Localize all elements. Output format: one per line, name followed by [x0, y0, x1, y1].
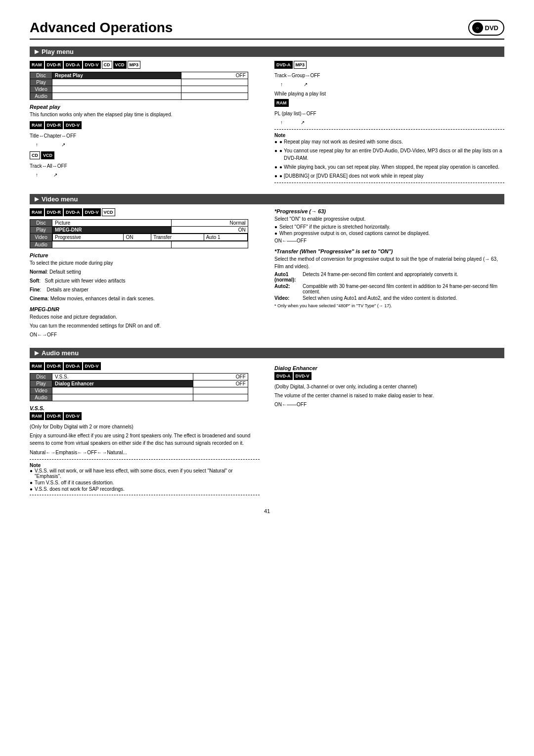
transfer-desc: Select the method of conversion for prog…	[274, 255, 504, 270]
table-row: Disc Picture Normal	[30, 220, 248, 227]
badge-dvdv: DVD-V	[83, 61, 101, 69]
badge-dvda: DVD-A	[64, 61, 82, 69]
video-menu-left: RAM DVD-R DVD-A DVD-V VCD Disc Picture N…	[30, 208, 260, 340]
play-menu-right: DVD-A MP3 Track↔Group↔OFF ↑ ↗ While play…	[274, 61, 504, 186]
badge-dvdr: DVD-R	[45, 61, 63, 69]
vss-note-1: V.S.S. will not work, or will have less …	[30, 468, 260, 479]
vss-badges: RAM DVD-R DVD-V	[30, 412, 260, 420]
progressive-onoff: ON←——OFF	[274, 237, 504, 244]
badge-cd: CD	[102, 61, 112, 69]
track-group-off: Track↔Group↔OFF	[274, 72, 504, 79]
note-label: Note	[274, 133, 504, 138]
badge-dvdv-v: DVD-V	[83, 208, 101, 216]
badge-dvdr-v: DVD-R	[45, 208, 63, 216]
footnote: * Only when you have selected "480P" in …	[274, 303, 504, 310]
dvda-mp3-badges: DVD-A MP3	[274, 61, 504, 69]
badge-vcd2: VCD	[41, 151, 54, 159]
audio-menu-right: Dialog Enhancer DVD-A DVD-V (Dolby Digit…	[274, 362, 504, 498]
table-row: Disc V.S.S. OFF	[30, 374, 248, 380]
dvd-circle-icon: ○	[472, 22, 483, 33]
note-3: ●While playing back, you can set repeat …	[274, 163, 504, 171]
mpeg-dnr-desc2: You can turn the recommended settings fo…	[30, 322, 260, 330]
audio-menu-left: RAM DVD-R DVD-A DVD-V Disc V.S.S. OFF Pl…	[30, 362, 260, 498]
ram-dvdr-dvdv-badges: RAM DVD-R DVD-V	[30, 121, 260, 129]
vss-note-3: V.S.S. does not work for SAP recordings.	[30, 486, 260, 492]
arrow-down1: ↑ ↗	[30, 141, 260, 148]
table-row: Audio	[30, 241, 248, 248]
dvd-text: DVD	[485, 24, 498, 32]
dialog-enhancer-title: Dialog Enhancer	[274, 365, 504, 371]
cinema-desc: Cinema: Mellow movies, enhances detail i…	[30, 295, 260, 302]
note-1: ●Repeat play may not work as desired wit…	[274, 138, 504, 145]
vss-note-2: Turn V.S.S. off if it causes distortion.	[30, 480, 260, 485]
video-badge-row: RAM DVD-R DVD-A DVD-V VCD	[30, 208, 260, 216]
badge-ram-a: RAM	[30, 362, 44, 370]
title-chapter-off: Title↔Chapter↔OFF	[30, 132, 260, 140]
badge-dvda-v: DVD-A	[64, 208, 82, 216]
auto1-row: Auto1 (normal): Detects 24 frame-per-sec…	[274, 272, 504, 283]
vss-note-divider	[30, 459, 260, 460]
play-menu-content: RAM DVD-R DVD-A DVD-V CD VCD MP3 Disc Re…	[30, 61, 504, 186]
badge-dvdv-a: DVD-V	[83, 362, 101, 370]
audio-menu-table: Disc V.S.S. OFF Play Dialog Enhancer OFF…	[30, 373, 248, 401]
soft-desc: Soft: Soft picture with fewer video arti…	[30, 277, 260, 284]
dvd-logo: ○ DVD	[468, 20, 504, 36]
table-row: Video	[30, 387, 248, 394]
badge-dvdr-a: DVD-R	[45, 362, 63, 370]
vss-title: V.S.S.	[30, 405, 260, 411]
progressive-note2: When progressive output is on, closed ca…	[274, 231, 504, 236]
badge-dvdv2: DVD-V	[64, 121, 82, 129]
badge-dvdr-vss: DVD-R	[45, 412, 63, 420]
progressive-note1: Select "OFF" if the picture is stretched…	[274, 224, 504, 230]
badge-ram3: RAM	[274, 99, 289, 107]
badge-mp3: MP3	[128, 61, 141, 69]
mpeg-dnr-onoff: ON←→OFF	[30, 331, 260, 338]
badge-ram-v: RAM	[30, 208, 44, 216]
play-menu-badge-row: RAM DVD-R DVD-A DVD-V CD VCD MP3	[30, 61, 260, 69]
audio-menu-header: Audio menu	[30, 348, 504, 358]
video-menu-content: RAM DVD-R DVD-A DVD-V VCD Disc Picture N…	[30, 208, 504, 340]
normal-desc: Normal: Default setting	[30, 268, 260, 276]
dialog-onoff: ON←——OFF	[274, 401, 504, 408]
dialog-desc1: (Dolby Digital, 3-channel or over only, …	[274, 383, 504, 390]
table-row: Video Progressive ON Transfer Auto 1	[30, 234, 248, 241]
arrow-r2: ↑ ↗	[274, 119, 504, 126]
badge-ram2: RAM	[30, 121, 44, 129]
badge-dvda-a: DVD-A	[64, 362, 82, 370]
cd-vcd-badges: CD VCD	[30, 151, 260, 159]
vss-note-label: Note	[30, 463, 260, 468]
progressive-desc: Select "ON" to enable progressive output…	[274, 215, 504, 223]
repeat-play-desc: This function works only when the elapse…	[30, 111, 260, 118]
badge-dvda2: DVD-A	[274, 61, 293, 69]
transfer-title: *Transfer (When "Progressive" is set to …	[274, 248, 504, 254]
audio-badge-row: RAM DVD-R DVD-A DVD-V	[30, 362, 260, 370]
note-2: ●You cannot use repeat play for an entir…	[274, 147, 504, 162]
video-menu-right: *Progressive (→ 63) Select "ON" to enabl…	[274, 208, 504, 340]
note-4: ●[DUBBING] or [DVD ERASE] does not work …	[274, 172, 504, 180]
dialog-badges: DVD-A DVD-V	[274, 372, 504, 380]
video-menu-header: Video menu	[30, 194, 504, 204]
badge-ram: RAM	[30, 61, 44, 69]
page-title: Advanced Operations ○ DVD	[30, 20, 504, 40]
badge-dvda-dialog: DVD-A	[274, 372, 293, 380]
mpeg-dnr-title: MPEG-DNR	[30, 306, 260, 312]
play-menu-table: Disc Repeat Play OFF Play Video Audio	[30, 72, 248, 100]
vss-desc2: Enjoy a surround-like effect if you are …	[30, 432, 260, 447]
badge-vcd: VCD	[113, 61, 127, 69]
play-menu-section: Play menu RAM DVD-R DVD-A DVD-V CD VCD M…	[30, 47, 504, 186]
arrow-down2: ↑ ↗	[30, 171, 260, 179]
table-row: Audio	[30, 93, 248, 100]
progressive-title: *Progressive (→ 63)	[274, 208, 504, 214]
picture-title: Picture	[30, 252, 260, 258]
picture-desc: To select the picture mode during play	[30, 259, 260, 267]
audio-menu-content: RAM DVD-R DVD-A DVD-V Disc V.S.S. OFF Pl…	[30, 362, 504, 498]
repeat-play-title: Repeat play	[30, 104, 260, 110]
audio-menu-section: Audio menu RAM DVD-R DVD-A DVD-V Disc V.…	[30, 348, 504, 498]
vss-note-divider-end	[30, 495, 260, 495]
transfer-section: *Transfer (When "Progressive" is set to …	[274, 248, 504, 310]
mpeg-dnr-desc: Reduces noise and picture degradation.	[30, 313, 260, 321]
badge-cd2: CD	[30, 151, 40, 159]
play-menu-left: RAM DVD-R DVD-A DVD-V CD VCD MP3 Disc Re…	[30, 61, 260, 186]
title-text: Advanced Operations	[30, 20, 173, 36]
vss-desc3: Natural←→Emphasis←→OFF←→Natural...	[30, 449, 260, 456]
